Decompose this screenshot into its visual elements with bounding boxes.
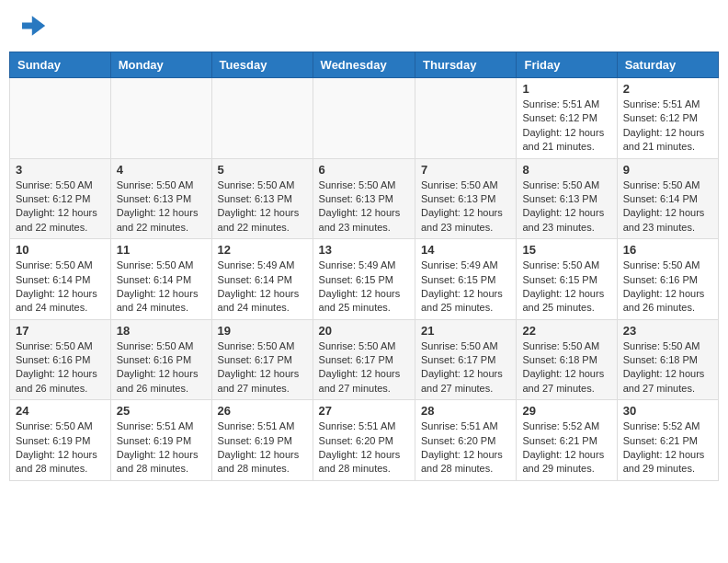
day-info: Sunrise: 5:50 AM Sunset: 6:13 PM Dayligh… bbox=[218, 178, 307, 236]
day-info: Sunrise: 5:49 AM Sunset: 6:15 PM Dayligh… bbox=[421, 259, 510, 316]
calendar-cell bbox=[415, 78, 517, 159]
day-info: Sunrise: 5:50 AM Sunset: 6:13 PM Dayligh… bbox=[117, 178, 206, 236]
day-number: 1 bbox=[522, 82, 610, 96]
day-number: 26 bbox=[218, 404, 307, 418]
logo bbox=[14, 9, 51, 42]
day-info: Sunrise: 5:51 AM Sunset: 6:12 PM Dayligh… bbox=[522, 98, 610, 155]
day-info: Sunrise: 5:50 AM Sunset: 6:13 PM Dayligh… bbox=[319, 178, 409, 236]
day-number: 25 bbox=[117, 404, 206, 418]
weekday-header-thursday: Thursday bbox=[415, 52, 517, 78]
day-number: 9 bbox=[623, 163, 712, 177]
day-number: 23 bbox=[623, 324, 712, 338]
day-number: 8 bbox=[522, 163, 610, 177]
day-info: Sunrise: 5:49 AM Sunset: 6:15 PM Dayligh… bbox=[319, 259, 409, 316]
day-info: Sunrise: 5:50 AM Sunset: 6:16 PM Dayligh… bbox=[117, 339, 206, 396]
calendar-cell bbox=[211, 78, 313, 159]
calendar-cell: 11Sunrise: 5:50 AM Sunset: 6:14 PM Dayli… bbox=[110, 239, 211, 320]
week-row-2: 3Sunrise: 5:50 AM Sunset: 6:12 PM Daylig… bbox=[10, 158, 719, 239]
day-info: Sunrise: 5:50 AM Sunset: 6:18 PM Dayligh… bbox=[522, 339, 610, 396]
day-info: Sunrise: 5:50 AM Sunset: 6:17 PM Dayligh… bbox=[218, 339, 307, 396]
week-row-4: 17Sunrise: 5:50 AM Sunset: 6:16 PM Dayli… bbox=[10, 319, 719, 400]
calendar-cell: 26Sunrise: 5:51 AM Sunset: 6:19 PM Dayli… bbox=[211, 400, 313, 481]
day-info: Sunrise: 5:50 AM Sunset: 6:14 PM Dayligh… bbox=[623, 178, 712, 236]
calendar-cell: 15Sunrise: 5:50 AM Sunset: 6:15 PM Dayli… bbox=[517, 239, 617, 320]
calendar-cell: 5Sunrise: 5:50 AM Sunset: 6:13 PM Daylig… bbox=[211, 158, 313, 239]
day-info: Sunrise: 5:50 AM Sunset: 6:14 PM Dayligh… bbox=[117, 259, 206, 316]
day-info: Sunrise: 5:50 AM Sunset: 6:19 PM Dayligh… bbox=[16, 419, 105, 477]
calendar-cell: 13Sunrise: 5:49 AM Sunset: 6:15 PM Dayli… bbox=[313, 239, 415, 320]
day-info: Sunrise: 5:50 AM Sunset: 6:12 PM Dayligh… bbox=[16, 178, 105, 236]
day-number: 16 bbox=[623, 243, 712, 257]
day-info: Sunrise: 5:50 AM Sunset: 6:13 PM Dayligh… bbox=[421, 178, 510, 236]
day-number: 14 bbox=[421, 243, 510, 257]
day-info: Sunrise: 5:50 AM Sunset: 6:14 PM Dayligh… bbox=[16, 259, 105, 316]
calendar-cell: 30Sunrise: 5:52 AM Sunset: 6:21 PM Dayli… bbox=[617, 400, 718, 481]
calendar-cell: 17Sunrise: 5:50 AM Sunset: 6:16 PM Dayli… bbox=[10, 319, 111, 400]
day-info: Sunrise: 5:50 AM Sunset: 6:17 PM Dayligh… bbox=[319, 339, 409, 396]
calendar-cell bbox=[10, 78, 111, 159]
day-info: Sunrise: 5:51 AM Sunset: 6:19 PM Dayligh… bbox=[117, 419, 206, 477]
calendar-cell: 18Sunrise: 5:50 AM Sunset: 6:16 PM Dayli… bbox=[110, 319, 211, 400]
day-info: Sunrise: 5:51 AM Sunset: 6:19 PM Dayligh… bbox=[218, 419, 307, 477]
weekday-header-wednesday: Wednesday bbox=[313, 52, 415, 78]
calendar-cell: 1Sunrise: 5:51 AM Sunset: 6:12 PM Daylig… bbox=[517, 78, 617, 159]
calendar-cell: 29Sunrise: 5:52 AM Sunset: 6:21 PM Dayli… bbox=[517, 400, 617, 481]
calendar-cell: 22Sunrise: 5:50 AM Sunset: 6:18 PM Dayli… bbox=[517, 319, 617, 400]
calendar-cell: 14Sunrise: 5:49 AM Sunset: 6:15 PM Dayli… bbox=[415, 239, 517, 320]
calendar-cell: 21Sunrise: 5:50 AM Sunset: 6:17 PM Dayli… bbox=[415, 319, 517, 400]
day-number: 5 bbox=[218, 163, 307, 177]
calendar-cell: 27Sunrise: 5:51 AM Sunset: 6:20 PM Dayli… bbox=[313, 400, 415, 481]
day-number: 30 bbox=[623, 404, 712, 418]
calendar-cell: 10Sunrise: 5:50 AM Sunset: 6:14 PM Dayli… bbox=[10, 239, 111, 320]
day-number: 12 bbox=[218, 243, 307, 257]
calendar-cell: 2Sunrise: 5:51 AM Sunset: 6:12 PM Daylig… bbox=[617, 78, 718, 159]
calendar-cell: 4Sunrise: 5:50 AM Sunset: 6:13 PM Daylig… bbox=[110, 158, 211, 239]
weekday-header-monday: Monday bbox=[110, 52, 211, 78]
week-row-3: 10Sunrise: 5:50 AM Sunset: 6:14 PM Dayli… bbox=[10, 239, 719, 320]
day-number: 21 bbox=[421, 324, 510, 338]
weekday-header-saturday: Saturday bbox=[617, 52, 718, 78]
day-info: Sunrise: 5:52 AM Sunset: 6:21 PM Dayligh… bbox=[623, 419, 712, 477]
calendar-cell: 20Sunrise: 5:50 AM Sunset: 6:17 PM Dayli… bbox=[313, 319, 415, 400]
calendar-cell: 6Sunrise: 5:50 AM Sunset: 6:13 PM Daylig… bbox=[313, 158, 415, 239]
week-row-1: 1Sunrise: 5:51 AM Sunset: 6:12 PM Daylig… bbox=[10, 78, 719, 159]
calendar-cell: 25Sunrise: 5:51 AM Sunset: 6:19 PM Dayli… bbox=[110, 400, 211, 481]
weekday-header-friday: Friday bbox=[517, 52, 617, 78]
weekday-header-row: SundayMondayTuesdayWednesdayThursdayFrid… bbox=[10, 52, 719, 78]
calendar-cell bbox=[110, 78, 211, 159]
day-info: Sunrise: 5:50 AM Sunset: 6:13 PM Dayligh… bbox=[522, 178, 610, 236]
day-number: 6 bbox=[319, 163, 409, 177]
day-number: 17 bbox=[16, 324, 105, 338]
day-info: Sunrise: 5:52 AM Sunset: 6:21 PM Dayligh… bbox=[522, 419, 610, 477]
day-number: 10 bbox=[16, 243, 105, 257]
day-info: Sunrise: 5:50 AM Sunset: 6:16 PM Dayligh… bbox=[16, 339, 105, 396]
day-info: Sunrise: 5:51 AM Sunset: 6:12 PM Dayligh… bbox=[623, 98, 712, 155]
calendar-cell: 3Sunrise: 5:50 AM Sunset: 6:12 PM Daylig… bbox=[10, 158, 111, 239]
day-number: 19 bbox=[218, 324, 307, 338]
day-number: 13 bbox=[319, 243, 409, 257]
day-number: 2 bbox=[623, 82, 712, 96]
calendar-cell: 24Sunrise: 5:50 AM Sunset: 6:19 PM Dayli… bbox=[10, 400, 111, 481]
calendar-cell: 19Sunrise: 5:50 AM Sunset: 6:17 PM Dayli… bbox=[211, 319, 313, 400]
day-info: Sunrise: 5:49 AM Sunset: 6:14 PM Dayligh… bbox=[218, 259, 307, 316]
weekday-header-tuesday: Tuesday bbox=[211, 52, 313, 78]
day-number: 22 bbox=[522, 324, 610, 338]
day-number: 29 bbox=[522, 404, 610, 418]
day-info: Sunrise: 5:51 AM Sunset: 6:20 PM Dayligh… bbox=[319, 419, 409, 477]
day-number: 28 bbox=[421, 404, 510, 418]
day-number: 4 bbox=[117, 163, 206, 177]
calendar-cell: 7Sunrise: 5:50 AM Sunset: 6:13 PM Daylig… bbox=[415, 158, 517, 239]
day-info: Sunrise: 5:50 AM Sunset: 6:17 PM Dayligh… bbox=[421, 339, 510, 396]
day-info: Sunrise: 5:50 AM Sunset: 6:18 PM Dayligh… bbox=[623, 339, 712, 396]
day-number: 20 bbox=[319, 324, 409, 338]
day-number: 18 bbox=[117, 324, 206, 338]
calendar-cell: 28Sunrise: 5:51 AM Sunset: 6:20 PM Dayli… bbox=[415, 400, 517, 481]
day-info: Sunrise: 5:51 AM Sunset: 6:20 PM Dayligh… bbox=[421, 419, 510, 477]
day-number: 27 bbox=[319, 404, 409, 418]
calendar-table: SundayMondayTuesdayWednesdayThursdayFrid… bbox=[9, 52, 719, 481]
day-number: 24 bbox=[16, 404, 105, 418]
calendar-cell: 23Sunrise: 5:50 AM Sunset: 6:18 PM Dayli… bbox=[617, 319, 718, 400]
week-row-5: 24Sunrise: 5:50 AM Sunset: 6:19 PM Dayli… bbox=[10, 400, 719, 481]
logo-icon bbox=[14, 9, 47, 42]
calendar-cell: 9Sunrise: 5:50 AM Sunset: 6:14 PM Daylig… bbox=[617, 158, 718, 239]
